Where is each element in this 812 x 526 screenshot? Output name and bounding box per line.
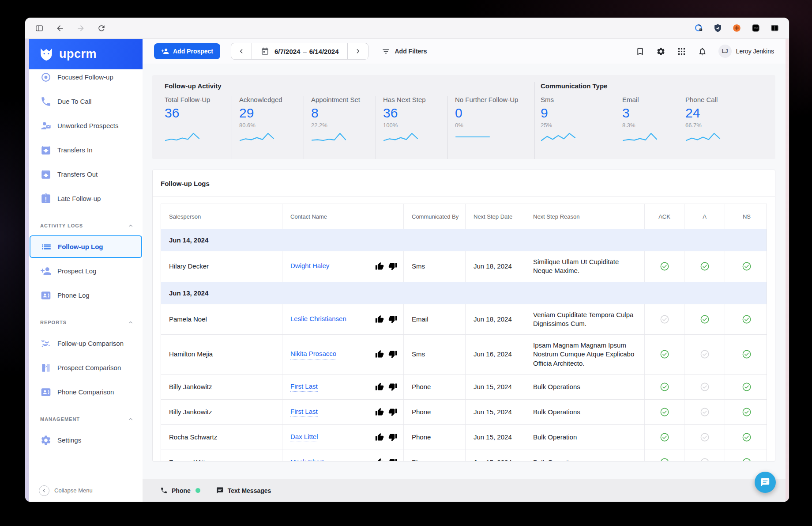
thumb-down-icon[interactable] <box>388 350 397 359</box>
phone-tab[interactable]: Phone <box>160 487 200 494</box>
contact-name-link[interactable]: Nikita Prosacco <box>290 349 336 359</box>
privacy-extension-icon[interactable] <box>694 23 703 33</box>
thumb-up-icon[interactable] <box>375 350 384 359</box>
thumb-up-icon[interactable] <box>375 262 384 271</box>
thumb-down-icon[interactable] <box>388 315 397 324</box>
next-step-date: Jun 18, 2024 <box>474 262 512 271</box>
thumb-up-icon[interactable] <box>375 408 384 416</box>
cell: Phone <box>403 450 465 462</box>
communicated-by: Phone <box>412 433 431 442</box>
chat-bubble-icon <box>760 477 770 487</box>
apps-grid-icon[interactable] <box>677 47 686 56</box>
add-filters-button[interactable]: Add Filters <box>382 47 427 56</box>
thumb-down-icon[interactable] <box>388 458 397 462</box>
stats-cards: Total Follow-Up36Acknowledged2980.6%Appo… <box>165 96 534 159</box>
prospect-mail-icon <box>40 120 52 132</box>
desktop-background: upcrm Focused Follow-upDue To CallUnwork… <box>0 0 812 526</box>
sidebar-item-prospect-comparison[interactable]: Prospect Comparison <box>29 356 143 380</box>
collapse-menu-button[interactable]: Collapse Menu <box>29 479 143 502</box>
communicated-by: Phone <box>412 408 431 416</box>
thumb-down-icon[interactable] <box>388 262 397 271</box>
appointment-check-icon <box>700 432 710 442</box>
sidebar-item-follow-up-comparison[interactable]: Follow-up Comparison <box>29 331 143 356</box>
thumb-up-icon[interactable] <box>375 382 384 391</box>
add-prospect-button[interactable]: Add Prospect <box>154 43 220 59</box>
split-view-icon[interactable] <box>770 23 779 33</box>
target-icon <box>40 72 52 83</box>
cell: First Last <box>282 400 403 424</box>
new-item-extension-icon[interactable] <box>732 23 741 33</box>
sidebar-item-prospect-log[interactable]: Prospect Log <box>29 259 143 283</box>
table-row: Zamora WittMack EbertPhoneJun 15, 2024Bu… <box>161 450 767 462</box>
sidebar-item-label: Due To Call <box>57 98 91 105</box>
date-range-display[interactable]: 6/7/2024–6/14/2024 <box>252 43 348 59</box>
date-next-button[interactable] <box>348 43 368 59</box>
thumb-up-icon[interactable] <box>375 433 384 442</box>
communicated-by: Sms <box>412 262 425 271</box>
forward-icon[interactable] <box>76 24 85 33</box>
extensions-icon[interactable] <box>751 23 760 33</box>
add-prospect-label: Add Prospect <box>173 48 213 55</box>
thumb-up-icon[interactable] <box>375 458 384 462</box>
text-messages-tab[interactable]: Text Messages <box>216 487 271 494</box>
table-row: Hilary DeckerDwight HaleySmsJun 18, 2024… <box>161 251 767 282</box>
refresh-icon[interactable] <box>97 24 106 33</box>
contact-name-link[interactable]: Dwight Haley <box>290 261 329 271</box>
cell <box>644 375 684 399</box>
sidebar-toggle-icon[interactable] <box>35 24 44 33</box>
chevron-up-icon[interactable] <box>128 416 134 422</box>
sidebar-item-phone-comparison[interactable]: Phone Comparison <box>29 380 143 404</box>
sidebar-item-late-follow-up[interactable]: Late Follow-up <box>29 186 143 211</box>
date-prev-button[interactable] <box>231 43 252 59</box>
cell: Jun 15, 2024 <box>465 450 525 462</box>
sidebar-item-phone-log[interactable]: Phone Log <box>29 283 143 307</box>
next-step-check-icon <box>742 382 752 392</box>
sidebar-item-label: Transfers Out <box>57 170 98 178</box>
sidebar-item-transfers-in[interactable]: Transfers In <box>29 138 143 162</box>
sparkline <box>622 132 674 141</box>
contacts-icon <box>40 290 52 301</box>
thumb-down-icon[interactable] <box>388 408 397 416</box>
column-header-ns: NS <box>725 204 768 229</box>
sidebar-item-settings[interactable]: Settings <box>29 428 143 452</box>
contact-name-link[interactable]: Dax Littel <box>290 432 318 442</box>
gear-icon[interactable] <box>656 47 665 56</box>
user-menu[interactable]: LJ Leroy Jenkins <box>718 45 774 58</box>
thumb-down-icon[interactable] <box>388 382 397 391</box>
back-icon[interactable] <box>56 24 64 33</box>
chat-fab-button[interactable] <box>755 472 776 493</box>
contact-name-link[interactable]: Mack Ebert <box>290 458 324 462</box>
sidebar-item-label: Settings <box>57 436 81 444</box>
sidebar-item-transfers-out[interactable]: Transfers Out <box>29 162 143 186</box>
contact-name-link[interactable]: Leslie Christiansen <box>290 314 346 324</box>
thumb-down-icon[interactable] <box>388 433 397 442</box>
contact-name-link[interactable]: First Last <box>290 407 318 417</box>
shield-extension-icon[interactable] <box>713 23 722 33</box>
stat-percent: 66.7% <box>685 122 774 130</box>
sidebar-item-due-to-call[interactable]: Due To Call <box>29 89 143 114</box>
thumb-up-icon[interactable] <box>375 315 384 324</box>
next-step-reason: Bulk Operation <box>533 458 577 462</box>
cell <box>644 450 684 462</box>
contact-name-link[interactable]: First Last <box>290 382 318 392</box>
browser-nav-controls <box>35 24 106 33</box>
chevron-up-icon[interactable] <box>128 319 134 325</box>
phone-status-dot <box>195 488 200 493</box>
sidebar-item-unworked-prospects[interactable]: Unworked Prospects <box>29 114 143 138</box>
section-label: MANAGEMENT <box>40 416 80 422</box>
cell: Leslie Christiansen <box>282 304 403 335</box>
window-edge-right <box>786 39 789 502</box>
sidebar-item-follow-up-log[interactable]: Follow-up Log <box>30 235 142 258</box>
next-step-reason: Bulk Operations <box>533 382 580 391</box>
bookmark-icon[interactable] <box>635 47 645 56</box>
date-group-row: Jun 14, 2024 <box>161 229 767 251</box>
cell: First Last <box>282 375 403 399</box>
chevron-up-icon[interactable] <box>128 223 134 229</box>
cell: Bulk Operation <box>525 425 644 450</box>
stat-percent: 0% <box>455 122 530 130</box>
cell <box>684 251 725 282</box>
stat-percent: 80.6% <box>239 122 300 130</box>
cell: Hilary Decker <box>161 251 282 282</box>
bell-icon[interactable] <box>698 47 707 56</box>
cell <box>644 251 684 282</box>
